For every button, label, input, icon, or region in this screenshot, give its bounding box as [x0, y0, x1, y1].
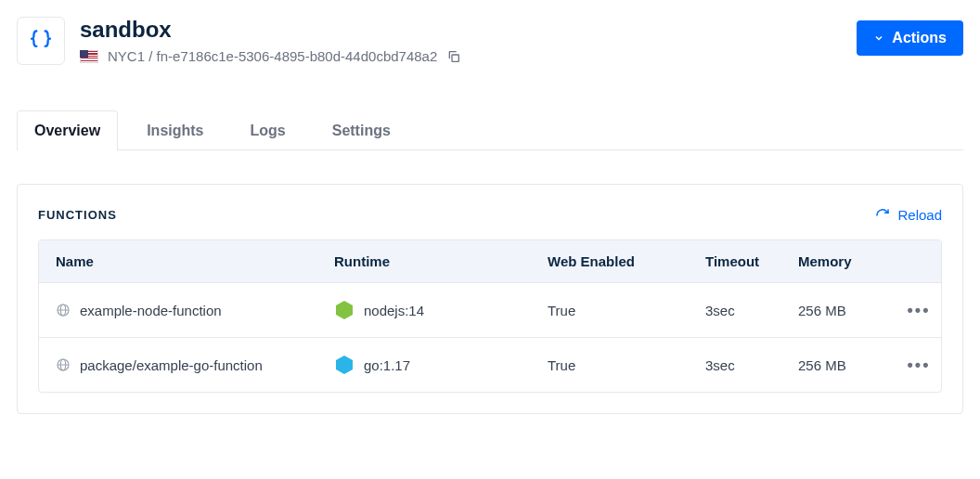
functions-section-title: FUNCTIONS: [38, 208, 117, 222]
row-more-icon[interactable]: •••: [891, 301, 942, 320]
web-enabled-value: True: [548, 303, 705, 318]
svg-rect-0: [452, 55, 458, 61]
runtime-label: nodejs:14: [364, 303, 424, 318]
functions-card: FUNCTIONS Reload Name Runtime Web Enable…: [17, 184, 963, 414]
timeout-value: 3sec: [705, 303, 798, 318]
memory-value: 256 MB: [798, 357, 891, 373]
function-name[interactable]: example-node-function: [80, 303, 222, 318]
resource-id: fn-e7186c1e-5306-4895-b80d-44d0cbd748a2: [157, 48, 438, 64]
tab-overview[interactable]: Overview: [17, 110, 118, 150]
reload-label: Reload: [897, 207, 942, 223]
globe-icon: [56, 303, 71, 317]
nodejs-icon: [334, 300, 355, 320]
breadcrumb-separator: /: [145, 48, 157, 64]
globe-icon: [56, 357, 71, 372]
actions-button-label: Actions: [892, 30, 947, 46]
chevron-down-icon: [873, 32, 884, 44]
copy-icon[interactable]: [446, 49, 461, 64]
col-memory: Memory: [798, 253, 891, 269]
tab-logs[interactable]: Logs: [233, 110, 303, 150]
us-flag-icon: [80, 50, 98, 63]
page-header: sandbox NYC1 / fn-e7186c1e-5306-4895-b80…: [17, 17, 963, 65]
function-name[interactable]: package/example-go-function: [80, 357, 263, 373]
reload-icon: [875, 208, 890, 223]
functions-table: Name Runtime Web Enabled Timeout Memory: [38, 240, 942, 393]
tab-insights[interactable]: Insights: [129, 110, 221, 150]
breadcrumb: NYC1 / fn-e7186c1e-5306-4895-b80d-44d0cb…: [108, 48, 437, 64]
reload-button[interactable]: Reload: [875, 207, 942, 223]
tab-settings[interactable]: Settings: [315, 110, 408, 150]
col-web-enabled: Web Enabled: [548, 253, 705, 269]
resource-subline: NYC1 / fn-e7186c1e-5306-4895-b80d-44d0cb…: [80, 48, 842, 64]
table-row: package/example-go-function go:1.17 True…: [39, 337, 941, 392]
runtime-label: go:1.17: [364, 357, 410, 373]
go-icon: [334, 355, 355, 375]
page-title: sandbox: [80, 17, 842, 43]
table-row: example-node-function nodejs:14 True 3se…: [39, 282, 941, 337]
col-timeout: Timeout: [705, 253, 798, 269]
col-actions: [891, 253, 942, 269]
timeout-value: 3sec: [705, 357, 798, 373]
row-more-icon[interactable]: •••: [891, 356, 942, 375]
actions-button[interactable]: Actions: [857, 20, 963, 56]
function-app-icon: [17, 17, 65, 65]
region-label: NYC1: [108, 48, 145, 64]
col-name: Name: [56, 253, 334, 269]
col-runtime: Runtime: [334, 253, 548, 269]
memory-value: 256 MB: [798, 303, 891, 318]
table-header-row: Name Runtime Web Enabled Timeout Memory: [39, 240, 941, 282]
web-enabled-value: True: [548, 357, 705, 373]
tab-bar: Overview Insights Logs Settings: [17, 110, 963, 150]
